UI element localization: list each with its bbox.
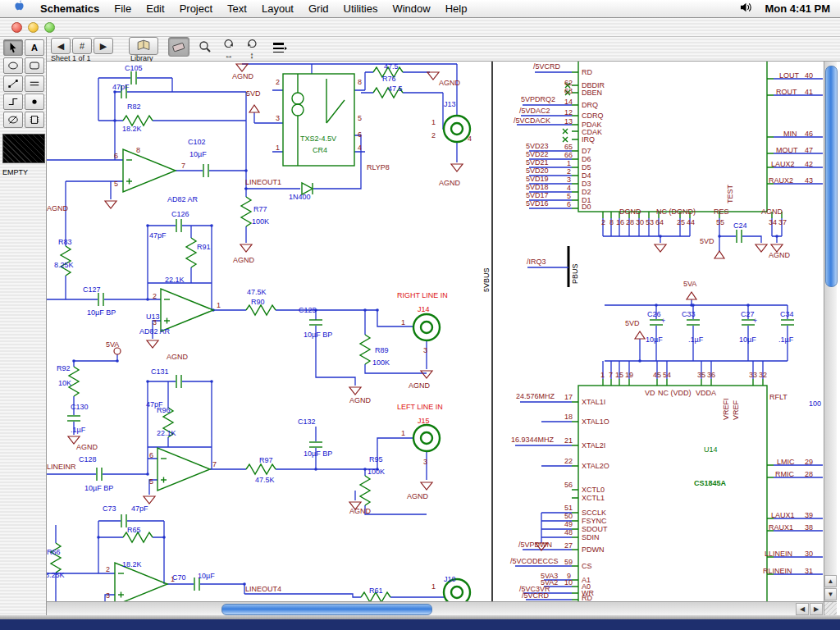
schematic-label: 5VPDRQ2 <box>521 95 555 103</box>
schematic-label: SDOUT <box>582 525 608 533</box>
text-tool-glyph: A <box>31 43 38 52</box>
menu-file[interactable]: File <box>107 0 139 18</box>
schematic-label: 10 <box>564 578 573 587</box>
flip-vertical-button[interactable]: ↕ <box>242 49 262 61</box>
flip-horizontal-button[interactable]: ↔ <box>219 49 239 61</box>
schematic-label: 10µF BP <box>87 308 116 317</box>
schematic-label: 30 <box>636 218 644 226</box>
schematic-label: 15 <box>615 371 623 379</box>
application-window: ◀ # ▶ Sheet 1 of 1 Library <box>0 18 840 619</box>
select-tool-button[interactable] <box>3 39 23 56</box>
menu-help[interactable]: Help <box>438 0 475 18</box>
text-tool-button[interactable]: A <box>25 39 44 56</box>
menu-edit[interactable]: Edit <box>139 0 171 18</box>
round-rect-tool-button[interactable] <box>25 57 44 74</box>
schematic-label: 25 <box>677 218 685 226</box>
schematic-label: 6 <box>149 451 153 459</box>
menu-project[interactable]: Project <box>172 0 220 18</box>
schematic-label: C131 <box>151 368 169 376</box>
rotate-ccw-button[interactable] <box>219 37 239 48</box>
menu-grid[interactable]: Grid <box>301 0 336 18</box>
menu-clock[interactable]: Mon 4:41 PM <box>765 2 830 15</box>
schematic-label: 1 <box>401 429 405 437</box>
vertical-scrollbar[interactable]: ▲ ▼ <box>824 62 837 601</box>
bus-tool-button[interactable] <box>25 75 44 92</box>
schematic-label: /5VPDWN <box>518 541 552 549</box>
window-grow-box[interactable] <box>824 601 837 615</box>
schematic-label: 1 <box>431 582 436 591</box>
fill-pattern-swatch[interactable] <box>2 134 45 163</box>
junction-tool-button[interactable] <box>25 94 44 110</box>
menu-layout[interactable]: Layout <box>254 0 301 18</box>
schematic-label: SCCLK <box>582 509 606 517</box>
schematic-viewport[interactable]: C105AGND47pFR8218.2K5VDC10210µFTXS2-4.5V… <box>47 62 824 601</box>
wire-tool-button[interactable] <box>3 94 23 110</box>
schematic-label: AGND <box>167 353 189 361</box>
schematic-label: 47.5 <box>384 62 399 71</box>
schematic-label: 5 <box>114 180 118 188</box>
schematic-label: /5VCRD <box>522 591 550 600</box>
zoom-button[interactable] <box>44 22 55 33</box>
next-sheet-button[interactable]: ▶ <box>94 38 113 54</box>
zoom-tool-button[interactable] <box>196 39 214 55</box>
schematic-label: + <box>753 317 757 325</box>
schematic-label: 18 <box>564 413 573 421</box>
schematic-label: R61 <box>369 587 383 595</box>
schematic-label: 13 <box>564 117 573 126</box>
schematic-label: U14 <box>704 445 718 454</box>
schematic-label: RFLT <box>769 393 788 401</box>
menu-window[interactable]: Window <box>385 0 437 18</box>
schematic-label: 8 <box>609 218 614 226</box>
schematic-label: .1µF <box>778 336 794 344</box>
sheet-number-button[interactable]: # <box>72 38 92 54</box>
menu-text[interactable]: Text <box>220 0 254 18</box>
schematic-label: 47 <box>805 146 813 154</box>
erase-tool-button[interactable] <box>168 37 189 57</box>
library-button[interactable] <box>129 37 158 55</box>
schematic-label: /5VDAC2 <box>519 107 550 115</box>
schematic-label: C34 <box>780 310 794 318</box>
schematic-label: CR4 <box>313 146 327 154</box>
schematic-label: C128 <box>79 455 97 463</box>
part-tool-button[interactable] <box>25 112 44 128</box>
number-icon: # <box>80 41 84 51</box>
scroll-left-button[interactable]: ◀ <box>796 603 809 615</box>
scroll-down-button[interactable]: ▼ <box>824 588 837 600</box>
horizontal-scrollbar[interactable]: ◀ ▶ <box>47 601 824 615</box>
scroll-up-button[interactable]: ▲ <box>824 575 837 587</box>
schematic-label: R95 <box>369 455 383 463</box>
schematic-label: 1 <box>217 301 221 309</box>
no-fill-tool-button[interactable] <box>3 112 23 128</box>
slashed-ellipse-icon <box>7 114 19 126</box>
close-button[interactable] <box>11 22 22 33</box>
schematic-label: 32 <box>759 371 767 379</box>
schematic-label: 8 <box>358 78 362 86</box>
vertical-scroll-thumb[interactable] <box>825 66 838 287</box>
connectors <box>413 116 470 601</box>
volume-menu-extra[interactable] <box>740 2 752 16</box>
line-tool-button[interactable] <box>3 75 23 92</box>
menu-app-name[interactable]: Schematics <box>33 0 107 18</box>
prev-sheet-button[interactable]: ◀ <box>51 38 71 54</box>
menu-utilities[interactable]: Utilities <box>336 0 386 18</box>
schematic-label: AGND <box>47 204 69 212</box>
ellipse-tool-button[interactable] <box>3 57 23 74</box>
window-titlebar[interactable] <box>0 18 840 37</box>
rotate-cw-button[interactable] <box>242 37 262 48</box>
scroll-right-button[interactable]: ▶ <box>810 603 823 615</box>
schematic-canvas[interactable]: C105AGND47pFR8218.2K5VDC10210µFTXS2-4.5V… <box>47 62 824 601</box>
schematic-label: 6 <box>358 130 362 139</box>
minimize-button[interactable] <box>28 22 39 33</box>
schematic-label: 5VD17 <box>526 191 549 199</box>
schematic-label: 10µF <box>739 336 756 344</box>
line-width-menu-button[interactable] <box>268 38 291 59</box>
schematic-label: AD82 AR <box>139 327 171 336</box>
schematic-label: 5 <box>567 192 571 200</box>
schematic-label: J15 <box>418 417 430 425</box>
schematic-label: DGND <box>619 208 641 216</box>
schematic-label: LINEOUT4 <box>245 585 281 593</box>
horizontal-scroll-thumb[interactable] <box>221 604 432 615</box>
apple-menu[interactable] <box>7 0 33 18</box>
schematic-label: 47pF <box>131 504 148 513</box>
schematic-label: RLINEIN <box>763 567 792 575</box>
